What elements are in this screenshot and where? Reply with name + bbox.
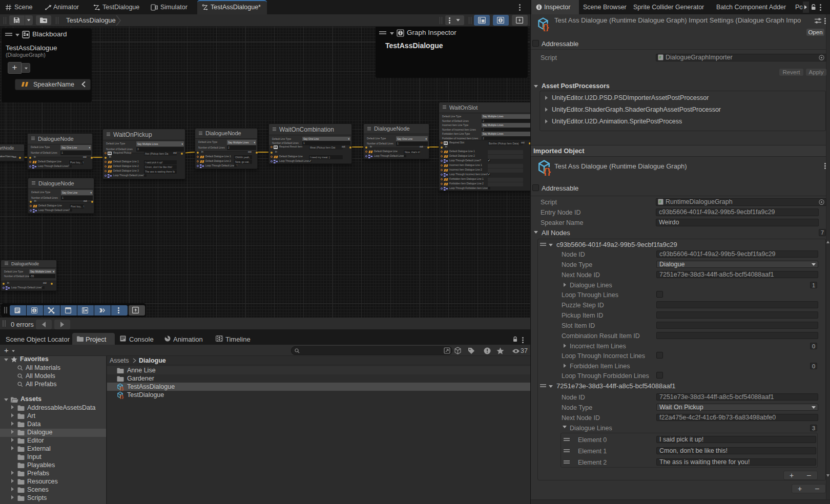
svg-text:#: # bbox=[659, 55, 661, 60]
svg-text:{}: {} bbox=[120, 394, 124, 399]
svg-text:{}: {} bbox=[543, 23, 549, 31]
svg-text:#: # bbox=[659, 199, 661, 204]
svg-text:{}: {} bbox=[120, 386, 124, 391]
svg-text:{}: {} bbox=[544, 166, 551, 176]
